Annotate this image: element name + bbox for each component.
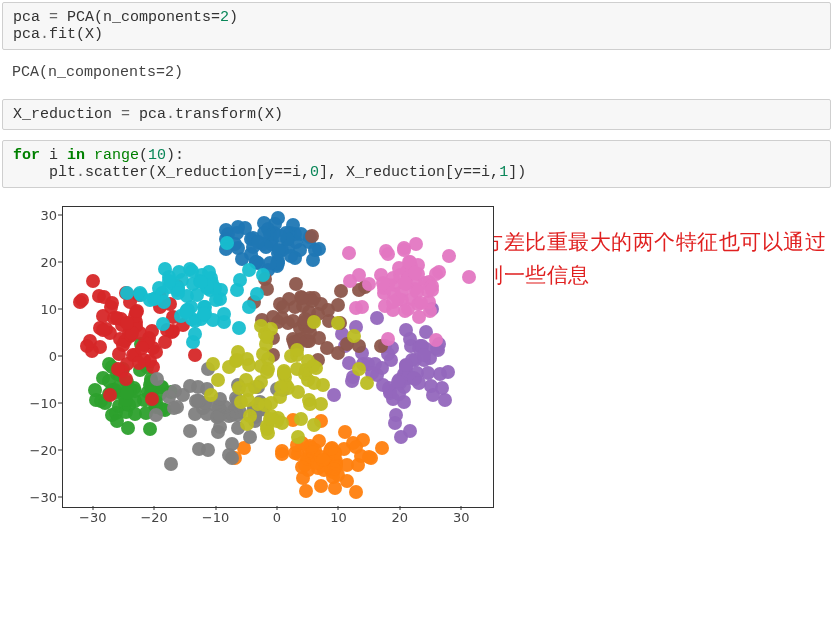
code-token: transform	[175, 106, 256, 123]
code-token: =	[40, 9, 67, 26]
scatter-point	[273, 229, 287, 243]
x-tick-label: 30	[441, 510, 481, 525]
scatter-point	[305, 229, 319, 243]
scatter-point	[360, 376, 374, 390]
code-token: 10	[148, 147, 166, 164]
scatter-point	[194, 275, 208, 289]
code-token: (X_reduction[y==i,	[148, 164, 310, 181]
scatter-point	[414, 296, 428, 310]
scatter-point	[275, 444, 289, 458]
code-token	[85, 147, 94, 164]
code-token: 1	[499, 164, 508, 181]
scatter-point	[331, 316, 345, 330]
scatter-point	[438, 393, 452, 407]
y-tick-mark	[58, 215, 62, 216]
scatter-point	[392, 387, 406, 401]
scatter-point	[213, 408, 227, 422]
scatter-point	[120, 286, 134, 300]
scatter-point	[225, 451, 239, 465]
y-tick-label: 0	[2, 349, 57, 364]
code-token: 2	[220, 9, 229, 26]
scatter-point	[352, 362, 366, 376]
scatter-point	[345, 374, 359, 388]
scatter-point	[295, 291, 309, 305]
cell-output-1: PCA(n_components=2)	[2, 60, 831, 85]
code-token: .	[166, 106, 175, 123]
y-tick-mark	[58, 449, 62, 450]
scatter-point	[349, 485, 363, 499]
scatter-point	[264, 396, 278, 410]
scatter-point	[86, 274, 100, 288]
code-token: range	[94, 147, 139, 164]
scatter-point	[120, 316, 134, 330]
scatter-point	[230, 283, 244, 297]
code-token: (n_components=	[94, 9, 220, 26]
scatter-point	[158, 335, 172, 349]
scatter-point	[389, 408, 403, 422]
code-cell-3: for i in range(10): plt.scatter(X_reduct…	[2, 140, 831, 188]
code-cell-1: pca = PCA(n_components=2) pca.fit(X)	[2, 2, 831, 50]
scatter-point	[376, 276, 390, 290]
code-token: plt	[13, 164, 76, 181]
scatter-point	[242, 263, 256, 277]
scatter-point	[260, 330, 274, 344]
scatter-point	[342, 246, 356, 260]
y-tick-mark	[58, 356, 62, 357]
scatter-point	[103, 388, 117, 402]
scatter-chart: −30−20−100102030−30−20−100102030	[2, 198, 358, 541]
y-tick-label: −30	[2, 489, 57, 504]
scatter-point	[299, 484, 313, 498]
code-token: ], X_reduction[y==i,	[319, 164, 499, 181]
scatter-point	[379, 244, 393, 258]
scatter-point	[73, 295, 87, 309]
scatter-point	[152, 281, 166, 295]
scatter-point	[241, 383, 255, 397]
code-token: ):	[166, 147, 184, 164]
scatter-point	[164, 457, 178, 471]
scatter-point	[120, 386, 134, 400]
code-token: (X)	[76, 26, 103, 43]
scatter-point	[242, 300, 256, 314]
scatter-point	[232, 321, 246, 335]
scatter-point	[250, 287, 264, 301]
scatter-point	[257, 216, 271, 230]
scatter-point	[188, 327, 202, 341]
scatter-point	[327, 462, 341, 476]
code-token: ])	[508, 164, 526, 181]
scatter-point	[307, 376, 321, 390]
scatter-point	[429, 267, 443, 281]
scatter-point	[327, 388, 341, 402]
scatter-point	[83, 334, 97, 348]
scatter-point	[110, 414, 124, 428]
scatter-point	[244, 247, 258, 261]
scatter-point	[381, 332, 395, 346]
x-tick-label: −30	[73, 510, 113, 525]
scatter-point	[429, 333, 443, 347]
code-token: X_reduction	[13, 106, 112, 123]
scatter-point	[240, 417, 254, 431]
scatter-point	[291, 385, 305, 399]
scatter-point	[277, 366, 291, 380]
x-tick-mark	[154, 506, 155, 510]
scatter-point	[442, 249, 456, 263]
code-token: )	[229, 9, 238, 26]
scatter-point	[316, 453, 330, 467]
code-token: 0	[310, 164, 319, 181]
scatter-point	[149, 408, 163, 422]
code-token: for	[13, 147, 40, 164]
scatter-point	[179, 305, 193, 319]
scatter-point	[217, 315, 231, 329]
scatter-point	[191, 380, 205, 394]
y-tick-mark	[58, 402, 62, 403]
scatter-point	[211, 373, 225, 387]
scatter-point	[230, 353, 244, 367]
scatter-point	[425, 283, 439, 297]
scatter-point	[211, 425, 225, 439]
scatter-point	[421, 366, 435, 380]
scatter-point	[394, 430, 408, 444]
scatter-point	[376, 378, 390, 392]
x-tick-mark	[215, 506, 216, 510]
scatter-point	[132, 356, 146, 370]
scatter-point	[251, 235, 265, 249]
scatter-point	[386, 295, 400, 309]
